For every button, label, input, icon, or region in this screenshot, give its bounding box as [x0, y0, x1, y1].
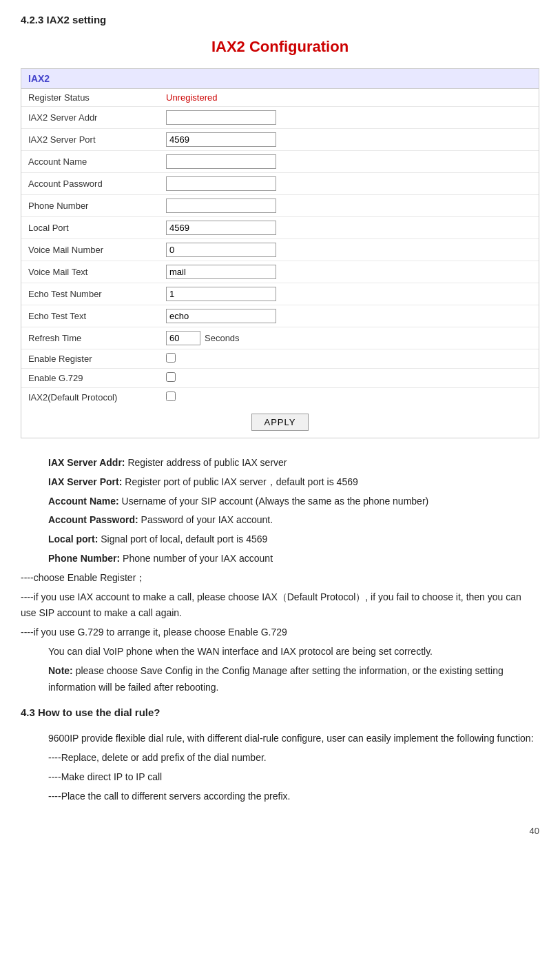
- note-para: Note: please choose Save Config in the C…: [48, 663, 539, 696]
- checkbox-iax2(default-protocol)[interactable]: [166, 391, 176, 401]
- section-43-desc: 9600IP provide flexible dial rule, with …: [21, 731, 539, 804]
- field-value[interactable]: Seconds: [159, 327, 539, 349]
- desc-text-5: Phone number of your IAX account: [120, 553, 273, 564]
- note-label: Note:: [48, 665, 73, 676]
- field-label: IAX2(Default Protocol): [21, 388, 159, 407]
- field-label: Account Name: [21, 151, 159, 173]
- field-label: Voice Mail Text: [21, 261, 159, 283]
- refresh-time-input[interactable]: [166, 331, 200, 345]
- field-value[interactable]: [159, 369, 539, 388]
- text-input-phone-number[interactable]: [166, 199, 276, 213]
- text-input-echo-test-number[interactable]: [166, 287, 276, 301]
- field-label: IAX2 Server Addr: [21, 107, 159, 129]
- field-value: Unregistered: [159, 89, 539, 107]
- section-43-item-2: ----Place the call to different servers …: [48, 789, 539, 805]
- config-title: IAX2 Configuration: [21, 38, 539, 56]
- table-row: Echo Test Text: [21, 305, 539, 327]
- desc-item-5: Phone Number: Phone number of your IAX a…: [48, 551, 539, 567]
- table-row: Refresh TimeSeconds: [21, 327, 539, 349]
- seconds-label: Seconds: [205, 333, 240, 343]
- field-label: Refresh Time: [21, 327, 159, 349]
- text-input-echo-test-text[interactable]: [166, 309, 276, 323]
- field-value[interactable]: [159, 173, 539, 195]
- text-input-account-name[interactable]: [166, 154, 276, 169]
- text-input-account-password[interactable]: [166, 176, 276, 191]
- field-label: Enable Register: [21, 349, 159, 369]
- text-input-voice-mail-text[interactable]: [166, 265, 276, 279]
- field-value[interactable]: [159, 239, 539, 261]
- desc-item-4: Local port: Signal port of local, defaul…: [48, 531, 539, 548]
- desc-bold-3: Account Password:: [48, 514, 138, 525]
- desc-text-1: Register port of public IAX server，defau…: [122, 476, 357, 487]
- field-value[interactable]: [159, 107, 539, 129]
- text-input-local-port[interactable]: [166, 221, 276, 235]
- text-input-iax2-server-addr[interactable]: [166, 110, 276, 125]
- para2: ----if you use IAX account to make a cal…: [21, 589, 539, 622]
- checkbox-enable-g.729[interactable]: [166, 372, 176, 382]
- field-label: Echo Test Number: [21, 283, 159, 305]
- field-label: Enable G.729: [21, 369, 159, 388]
- section-title: 4.2.3 IAX2 setting: [21, 14, 539, 26]
- section-43: 4.3 How to use the dial rule? 9600IP pro…: [21, 706, 539, 804]
- field-value[interactable]: [159, 151, 539, 173]
- desc-bold-0: IAX Server Addr:: [48, 457, 125, 468]
- desc-item-0: IAX Server Addr: Register address of pub…: [48, 455, 539, 471]
- description-section: IAX Server Addr: Register address of pub…: [21, 455, 539, 695]
- field-label: Account Password: [21, 173, 159, 195]
- table-row: Phone Number: [21, 195, 539, 217]
- desc-bold-2: Account Name:: [48, 496, 119, 507]
- desc-bold-5: Phone Number:: [48, 553, 120, 564]
- text-input-voice-mail-number[interactable]: [166, 243, 276, 257]
- table-row: Account Name: [21, 151, 539, 173]
- desc-bold-4: Local port:: [48, 533, 98, 545]
- desc-text-2: Username of your SIP account (Always the…: [119, 496, 429, 507]
- apply-button[interactable]: APPLY: [251, 414, 309, 431]
- apply-btn-row: APPLY: [21, 407, 539, 438]
- field-value[interactable]: [159, 261, 539, 283]
- page-number: 40: [21, 826, 539, 836]
- config-section-header: IAX2: [21, 69, 539, 89]
- field-value[interactable]: [159, 129, 539, 151]
- field-label: IAX2 Server Port: [21, 129, 159, 151]
- desc-item-3: Account Password: Password of your IAX a…: [48, 512, 539, 529]
- table-row: Account Password: [21, 173, 539, 195]
- table-row: IAX2(Default Protocol): [21, 388, 539, 407]
- field-value[interactable]: [159, 195, 539, 217]
- field-value[interactable]: [159, 217, 539, 239]
- field-value[interactable]: [159, 305, 539, 327]
- table-row: IAX2 Server Addr: [21, 107, 539, 129]
- table-row: Enable Register: [21, 349, 539, 369]
- desc-text-0: Register address of public IAX server: [125, 457, 287, 468]
- desc-bold-1: IAX Server Port:: [48, 476, 122, 487]
- para1: ----choose Enable Register；: [21, 570, 539, 587]
- note-text: please choose Save Config in the Config …: [48, 665, 504, 693]
- field-value[interactable]: [159, 388, 539, 407]
- table-row: Echo Test Number: [21, 283, 539, 305]
- config-table: Register StatusUnregisteredIAX2 Server A…: [21, 89, 539, 407]
- section-43-title: 4.3 How to use the dial rule?: [21, 706, 539, 718]
- desc-item-2: Account Name: Username of your SIP accou…: [48, 494, 539, 510]
- field-value[interactable]: [159, 349, 539, 369]
- field-label: Register Status: [21, 89, 159, 107]
- text-input-iax2-server-port[interactable]: [166, 132, 276, 147]
- field-label: Echo Test Text: [21, 305, 159, 327]
- field-label: Local Port: [21, 217, 159, 239]
- table-row: IAX2 Server Port: [21, 129, 539, 151]
- desc-item-1: IAX Server Port: Register port of public…: [48, 474, 539, 491]
- section-43-item-1: ----Make direct IP to IP call: [48, 769, 539, 786]
- field-label: Voice Mail Number: [21, 239, 159, 261]
- table-row: Voice Mail Number: [21, 239, 539, 261]
- para4: You can dial VoIP phone when the WAN int…: [48, 644, 539, 660]
- config-table-wrap: IAX2 Register StatusUnregisteredIAX2 Ser…: [21, 68, 539, 438]
- table-row: Local Port: [21, 217, 539, 239]
- section-43-item-0: ----Replace, delete or add prefix of the…: [48, 750, 539, 766]
- field-label: Phone Number: [21, 195, 159, 217]
- table-row: Register StatusUnregistered: [21, 89, 539, 107]
- table-row: Enable G.729: [21, 369, 539, 388]
- section-43-intro: 9600IP provide flexible dial rule, with …: [48, 731, 539, 747]
- desc-text-3: Password of your IAX account.: [138, 514, 273, 525]
- table-row: Voice Mail Text: [21, 261, 539, 283]
- checkbox-enable-register[interactable]: [166, 353, 176, 363]
- field-value[interactable]: [159, 283, 539, 305]
- desc-text-4: Signal port of local, default port is 45…: [98, 533, 267, 545]
